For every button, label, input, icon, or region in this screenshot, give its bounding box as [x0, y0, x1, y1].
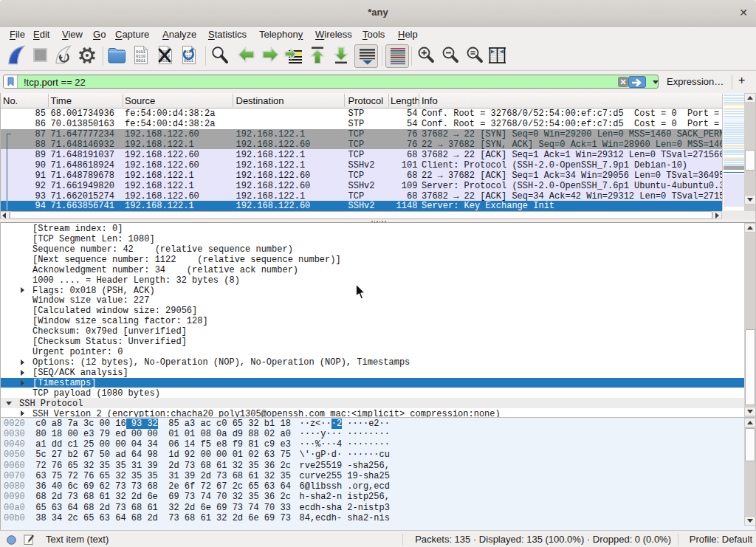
svg-text:0011: 0011 [136, 59, 145, 63]
